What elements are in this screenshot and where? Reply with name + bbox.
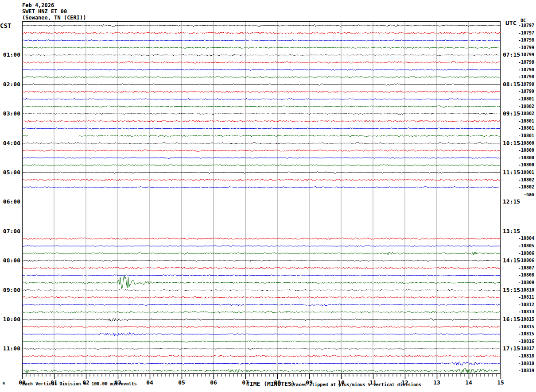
cst-hour-label: 11:00 <box>0 345 20 352</box>
trace-row-42 <box>22 326 501 328</box>
trace-row-1 <box>22 24 501 27</box>
dc-offset-value: -10818 <box>517 361 534 366</box>
trace-row-5 <box>22 54 501 56</box>
trace-row-43 <box>22 332 501 336</box>
right-timezone-label: UTC <box>505 19 517 27</box>
trace-row-45 <box>22 348 501 350</box>
trace-row-6 <box>22 61 501 63</box>
cst-hour-label: 06:00 <box>0 198 20 205</box>
x-axis-title: TIME (MINUTES) <box>246 380 295 387</box>
trace-row-22 <box>22 179 501 181</box>
dc-offset-value: -10798 <box>517 74 534 80</box>
cst-hour-label: 04:00 <box>0 140 20 147</box>
trace-row-12 <box>22 106 501 107</box>
trace-row-36 <box>22 276 501 289</box>
dc-offset-value: -10802 <box>517 104 534 109</box>
dc-offset-value: -10801 <box>517 133 534 138</box>
dc-offset-value: -10800 <box>517 162 534 168</box>
dc-offset-value: -10799 <box>517 45 534 50</box>
dc-offset-value: -10800 <box>517 141 534 146</box>
cst-hour-label: 08:00 <box>0 257 20 264</box>
dc-offset-value: -10802 <box>517 184 534 190</box>
dc-offset-value: -10799 <box>517 89 534 94</box>
dc-offset-value: -10805 <box>517 243 534 249</box>
dc-offset-value: -10800 <box>517 155 534 161</box>
trace-row-46 <box>22 355 501 357</box>
station-label: SWET HNZ ET 00 <box>22 8 67 15</box>
x-tick-label: 13 <box>429 379 445 386</box>
trace-row-37 <box>22 289 501 291</box>
dc-offset-value: -10797 <box>517 31 534 36</box>
trace-row-11 <box>22 98 501 100</box>
trace-row-19 <box>22 157 501 159</box>
dc-offset-value: -10804 <box>517 236 534 241</box>
dc-offset-value: -10817 <box>517 346 534 351</box>
dc-offset-value: -10802 <box>517 177 534 183</box>
dc-offset-value: -10801 <box>517 170 534 175</box>
cst-hour-label: 02:00 <box>0 81 20 88</box>
trace-row-21 <box>22 172 501 174</box>
location-label: (Sewanee, TN (CERI)) <box>22 15 86 21</box>
dc-offset-value: -10797 <box>517 23 534 28</box>
seismogram-plot <box>22 21 501 382</box>
dc-offset-value: -10806 <box>517 258 534 263</box>
x-tick-label: 14 <box>461 379 477 386</box>
utc-hour-label: 13:15 <box>503 228 523 235</box>
cst-hour-label: 03:00 <box>0 110 20 117</box>
trace-row-16 <box>22 135 28 136</box>
trace-row-34 <box>22 267 501 269</box>
left-timezone-label: CST <box>0 22 11 29</box>
x-tick-label: 15 <box>493 379 509 386</box>
vertical-division-note: Each Vertical Division = 100.00 microvol… <box>22 381 137 386</box>
x-tick-label: 06 <box>206 379 221 386</box>
trace-row-44 <box>22 341 501 342</box>
corner-scale-glyph: ʍ <box>3 381 5 385</box>
dc-column-header: DC <box>520 18 526 23</box>
dc-offset-value: -10819 <box>517 368 534 373</box>
dc-offset-value: -10810 <box>517 288 534 293</box>
dc-offset-value: -10815 <box>517 317 534 322</box>
trace-row-41 <box>22 318 501 321</box>
dc-offset-value: -10798 <box>517 38 534 43</box>
trace-row-33 <box>22 260 501 262</box>
helicorder-page: { "header": { "date": "Feb 4,2026", "sta… <box>0 0 536 392</box>
cst-hour-label: 07:00 <box>0 228 20 235</box>
trace-row-30 <box>22 238 501 240</box>
x-tick-label: 04 <box>142 379 158 386</box>
trace-row-2 <box>22 32 501 35</box>
trace-row-17 <box>22 142 501 144</box>
dc-offset-value: -10806 <box>517 251 534 256</box>
dc-offset-value: -10812 <box>517 302 534 307</box>
utc-hour-label: 12:15 <box>503 198 523 205</box>
dc-offset-value: -10798 <box>517 67 534 73</box>
cst-hour-label: 05:00 <box>0 169 20 176</box>
trace-row-20 <box>22 165 501 166</box>
dc-offset-value: -10809 <box>517 280 534 285</box>
dc-offset-value: -10818 <box>517 354 534 359</box>
dc-offset-value: -10801 <box>517 126 534 131</box>
trace-row-14 <box>22 120 501 123</box>
dc-offset-value: -nan <box>517 192 534 197</box>
cst-hour-label: 01:00 <box>0 51 20 58</box>
trace-row-39 <box>22 304 501 306</box>
trace-row-13 <box>22 113 501 115</box>
trace-row-40 <box>22 311 501 313</box>
trace-row-8 <box>22 77 501 78</box>
dc-offset-value: -10808 <box>517 273 534 278</box>
dc-offset-value: -10802 <box>517 111 534 116</box>
dc-offset-value: -10798 <box>517 60 534 65</box>
trace-row-18 <box>22 150 501 151</box>
cst-hour-label: 09:00 <box>0 287 20 294</box>
dc-offset-value: -10815 <box>517 331 534 337</box>
trace-row-4 <box>22 47 501 48</box>
dc-offset-value: -10801 <box>517 119 534 124</box>
trace-row-48 <box>22 369 501 374</box>
trace-row-35 <box>22 275 501 277</box>
clipping-note: Traces clipped at plus/minus 5 vertical … <box>291 382 421 387</box>
dc-offset-value: -10800 <box>517 148 534 153</box>
trace-row-7 <box>22 69 501 71</box>
dc-offset-value: -10811 <box>517 295 534 300</box>
dc-offset-value: -10798 <box>517 82 534 87</box>
trace-row-15 <box>22 128 501 130</box>
trace-row-16 <box>78 135 501 136</box>
